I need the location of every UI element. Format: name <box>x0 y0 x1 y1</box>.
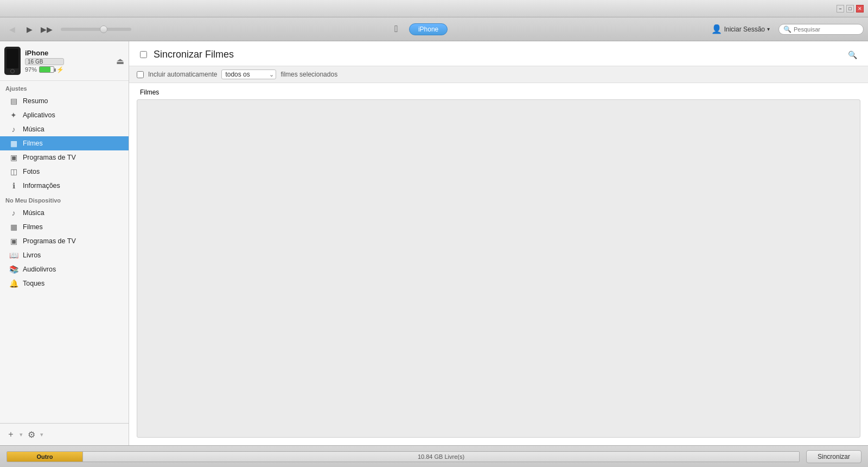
sidebar-item-label: Resumo <box>23 97 48 105</box>
content-search-icon: 🔍 <box>848 51 857 59</box>
titlebar: − □ ✕ <box>0 0 868 17</box>
sidebar-item-label: Filmes <box>23 140 43 147</box>
charging-icon: ⚡ <box>56 66 64 73</box>
storage-bar: Outro 10.84 GB Livre(s) <box>7 451 800 462</box>
device-home-button <box>10 69 15 73</box>
session-label: Iniciar Sessão <box>724 26 765 33</box>
sidebar-item-musica-dev[interactable]: ♪ Música <box>0 206 129 220</box>
back-button[interactable]: ◀ <box>4 22 20 37</box>
add-chevron-icon: ▾ <box>20 431 23 438</box>
gear-button[interactable]: ⚙ <box>25 428 38 441</box>
programas-tv-dev-icon: ▣ <box>9 237 18 245</box>
sidebar-item-label: Música <box>23 209 44 217</box>
sidebar-item-filmes-dev[interactable]: ▦ Filmes <box>0 220 129 234</box>
sidebar-item-toques[interactable]: 🔔 Toques <box>0 276 129 291</box>
films-label: Filmes <box>140 89 159 96</box>
musica-dev-icon: ♪ <box>9 209 18 217</box>
livros-icon: 📖 <box>9 251 18 260</box>
device-battery: 97% ⚡ <box>25 66 64 73</box>
sidebar-item-resumo[interactable]: ▤ Resumo <box>0 94 129 108</box>
user-icon: 👤 <box>711 24 722 34</box>
filter-bar: Incluir automaticamente todos os não vis… <box>129 66 868 83</box>
sidebar-item-informacoes[interactable]: ℹ Informações <box>0 179 129 193</box>
search-input[interactable] <box>794 26 859 33</box>
chevron-down-icon: ▾ <box>767 26 770 32</box>
search-box[interactable]: 🔍 <box>778 24 864 35</box>
include-label: Incluir automaticamente <box>148 71 217 78</box>
device-screen <box>7 49 18 68</box>
sidebar-item-label: Audiolivros <box>23 266 56 273</box>
storage-outro-segment: Outro <box>7 452 83 462</box>
close-button[interactable]: ✕ <box>856 5 864 12</box>
main-area: iPhone 16 GB 97% ⚡ ⏏ Ajustes ▤ Resumo ✦ … <box>0 41 868 445</box>
sidebar-item-label: Filmes <box>23 223 43 231</box>
audiolivros-icon: 📚 <box>9 265 18 274</box>
filter-select-wrapper[interactable]: todos os não vistos mais recentes <box>221 70 276 79</box>
storage-outro-label: Outro <box>37 453 53 460</box>
sidebar-item-label: Programas de TV <box>23 237 76 245</box>
sidebar-item-aplicativos[interactable]: ✦ Aplicativos <box>0 108 129 122</box>
films-area <box>137 99 860 438</box>
battery-bar <box>39 66 54 73</box>
forward-button[interactable]: ▶▶ <box>39 22 54 37</box>
eject-button[interactable]: ⏏ <box>116 56 124 66</box>
play-button[interactable]: ▶ <box>22 22 37 37</box>
toolbar-center:  iPhone <box>138 23 705 35</box>
battery-fill <box>40 67 50 72</box>
sidebar-item-programas-tv-dev[interactable]: ▣ Programas de TV <box>0 234 129 248</box>
device-name: iPhone <box>25 49 64 57</box>
films-section-header: Filmes <box>129 83 868 99</box>
sidebar-item-audiolivros[interactable]: 📚 Audiolivros <box>0 262 129 276</box>
sync-checkbox[interactable] <box>140 51 147 58</box>
sidebar-item-livros[interactable]: 📖 Livros <box>0 248 129 262</box>
progress-track <box>61 28 131 31</box>
minimize-button[interactable]: − <box>837 5 844 12</box>
sidebar-item-label: Programas de TV <box>23 154 76 161</box>
add-button[interactable]: + <box>4 428 17 441</box>
maximize-button[interactable]: □ <box>846 5 854 12</box>
sidebar-item-musica[interactable]: ♪ Música <box>0 122 129 136</box>
sidebar-item-label: Informações <box>23 182 60 190</box>
device-storage-badge: 16 GB <box>25 58 64 65</box>
include-auto-checkbox[interactable] <box>137 71 144 78</box>
sidebar-item-programas-tv[interactable]: ▣ Programas de TV <box>0 150 129 165</box>
gear-chevron-icon: ▾ <box>40 431 43 438</box>
programas-tv-icon: ▣ <box>9 153 18 162</box>
filmes-dev-icon: ▦ <box>9 223 18 231</box>
toolbar-right: 👤 Iniciar Sessão ▾ 🔍 <box>707 22 864 36</box>
sidebar-item-label: Toques <box>23 280 44 287</box>
filmes-icon: ▦ <box>9 139 18 148</box>
sync-button[interactable]: Sincronizar <box>806 450 861 463</box>
statusbar: Outro 10.84 GB Livre(s) Sincronizar <box>0 445 868 467</box>
fotos-icon: ◫ <box>9 167 18 176</box>
sidebar-section-ajustes: Ajustes <box>0 81 129 94</box>
apple-logo-icon:  <box>394 23 398 35</box>
sidebar-section-dispositivo: No Meu Dispositivo <box>0 193 129 206</box>
sidebar-item-fotos[interactable]: ◫ Fotos <box>0 165 129 179</box>
sidebar-item-filmes[interactable]: ▦ Filmes <box>0 136 129 150</box>
sidebar-item-label: Livros <box>23 251 41 259</box>
sidebar-item-label: Aplicativos <box>23 111 55 119</box>
device-icon <box>4 47 21 75</box>
progress-thumb[interactable] <box>100 26 107 33</box>
battery-percent: 97% <box>25 66 37 73</box>
toolbar: ◀ ▶ ▶▶  iPhone 👤 Iniciar Sessão ▾ 🔍 <box>0 17 868 41</box>
window-controls: − □ ✕ <box>837 5 864 12</box>
device-info: iPhone 16 GB 97% ⚡ <box>25 49 64 73</box>
filter-select[interactable]: todos os não vistos mais recentes <box>221 70 276 79</box>
toques-icon: 🔔 <box>9 279 18 288</box>
iphone-tab-button[interactable]: iPhone <box>409 23 448 35</box>
storage-free-segment: 10.84 GB Livre(s) <box>83 452 799 462</box>
filter-suffix: filmes selecionados <box>280 71 337 78</box>
content-header: Sincronizar Filmes 🔍 <box>129 41 868 66</box>
sidebar-footer: + ▾ ⚙ ▾ <box>0 423 129 445</box>
content-area: Sincronizar Filmes 🔍 Incluir automaticam… <box>129 41 868 445</box>
sidebar: iPhone 16 GB 97% ⚡ ⏏ Ajustes ▤ Resumo ✦ … <box>0 41 129 445</box>
aplicativos-icon: ✦ <box>9 111 18 119</box>
storage-free-label: 10.84 GB Livre(s) <box>418 453 464 460</box>
page-title: Sincronizar Filmes <box>154 49 234 60</box>
session-button[interactable]: 👤 Iniciar Sessão ▾ <box>707 22 774 36</box>
sidebar-item-label: Fotos <box>23 168 40 175</box>
search-icon: 🔍 <box>783 26 792 33</box>
informacoes-icon: ℹ <box>9 181 18 190</box>
